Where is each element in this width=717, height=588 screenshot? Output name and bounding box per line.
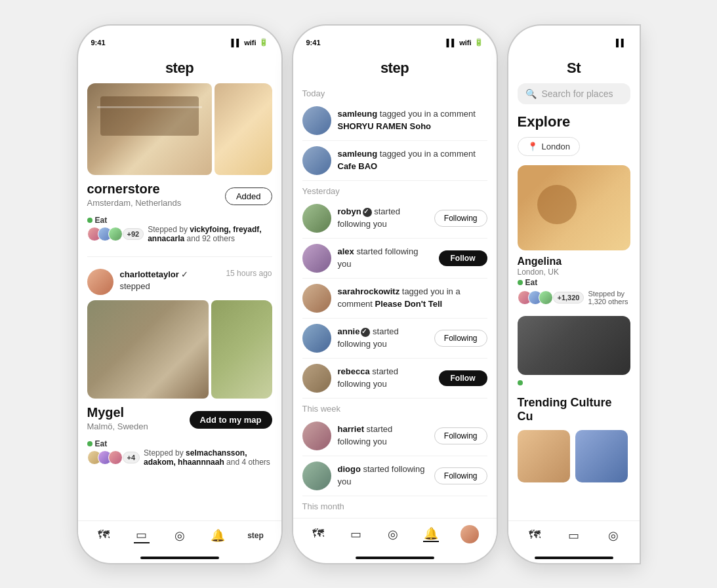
feed-scroll[interactable]: cornerstore Amsterdam, Netherlands Added… <box>78 83 281 520</box>
harriet-avatar <box>302 421 331 450</box>
angelina-stepped-text: Stepped by 1,320 others <box>588 290 630 305</box>
search-placeholder: Search for places <box>542 88 613 99</box>
alex-action: Follow <box>439 250 487 266</box>
app-title-2: step <box>293 54 497 83</box>
cornerstore-images <box>87 83 272 175</box>
rebecca-text: rebecca started following you <box>338 366 432 389</box>
search-bar[interactable]: 🔍 Search for places <box>518 83 630 104</box>
trending-item-1[interactable] <box>518 430 570 482</box>
search-icon-1: ◎ <box>172 528 188 543</box>
samleung-text-2: samleung tagged you in a comment Cafe BA… <box>338 148 487 172</box>
nav-search-1[interactable]: ◎ <box>172 528 188 543</box>
samleung-name-2: samleung <box>338 149 378 159</box>
cornerstore-actions: cornerstore Amsterdam, Netherlands Added <box>87 182 272 212</box>
harriet-following-button[interactable]: Following <box>434 427 487 444</box>
map-icon-1: 🗺 <box>96 528 112 543</box>
location-pill[interactable]: 📍 London <box>518 137 580 156</box>
search-icon-2: ◎ <box>385 526 401 542</box>
nav-map-3[interactable]: 🗺 <box>527 528 543 543</box>
explore-card-2 <box>518 316 630 385</box>
charlottetaylor-verified: ✓ <box>181 269 188 279</box>
alex-name: alex <box>338 246 354 256</box>
nav-profile-1[interactable]: step <box>248 528 264 543</box>
map-icon-2: 🗺 <box>310 526 326 542</box>
notif-samleung-2: samleung tagged you in a comment Cafe BA… <box>302 141 487 181</box>
charlottetaylor-name: charlottetaylor <box>120 269 179 279</box>
ramen-place: SHORYU RAMEN Soho <box>338 121 432 131</box>
phone-1: 9:41 ▌▌ wifi 🔋 step cornerstore Amsterda… <box>78 26 281 563</box>
divider-1 <box>87 256 272 257</box>
mygel-img-side <box>211 300 272 399</box>
rebecca-follow-button[interactable]: Follow <box>439 370 487 386</box>
sarah-name: sarahrockowitz <box>338 286 400 296</box>
annie-action: Following <box>434 330 487 347</box>
nav-avatar-2[interactable] <box>461 525 479 543</box>
harriet-text: harriet started following you <box>338 423 428 447</box>
notifications-scroll[interactable]: Today samleung tagged you in a comment S… <box>293 83 497 518</box>
notif-diogo: diogo started following you Following <box>302 456 487 496</box>
annie-avatar <box>302 324 331 353</box>
annie-following-button[interactable]: Following <box>434 330 487 347</box>
signal-icon-2: ▌▌ <box>447 39 457 47</box>
notch-2 <box>365 26 424 40</box>
cornerstore-added-button[interactable]: Added <box>225 187 272 205</box>
battery-icon-2: 🔋 <box>474 38 483 47</box>
cornerstore-stepped: +92 Stepped by vickyfoing, freyadf, anna… <box>87 225 272 243</box>
samleung-text-1: samleung tagged you in a comment SHORYU … <box>338 108 487 132</box>
angelina-stepped: +1,320 Stepped by 1,320 others <box>518 290 630 305</box>
charlottetaylor-text: charlottetaylor ✓ stepped <box>120 269 220 292</box>
mygel-add-button[interactable]: Add to my map <box>190 411 272 429</box>
place-card-cornerstore: cornerstore Amsterdam, Netherlands Added… <box>87 83 272 243</box>
nav-feed-3[interactable]: ▭ <box>566 528 582 543</box>
signal-icon-3: ▌▌ <box>616 39 626 47</box>
samleung-avatar-1 <box>302 106 331 135</box>
time-1: 9:41 <box>91 39 106 47</box>
app-title-1: step <box>78 54 281 83</box>
mygel-eat-dot <box>87 441 92 446</box>
trending-item-2[interactable] <box>575 430 628 482</box>
alex-follow-button[interactable]: Follow <box>439 250 487 266</box>
eat-dot <box>87 218 92 223</box>
sarah-text: sarahrockowitz tagged you in a comment P… <box>338 286 487 309</box>
diogo-action: Following <box>434 467 487 484</box>
mygel-count: +4 <box>123 452 140 463</box>
explore-img-2 <box>518 316 630 375</box>
notif-alex: alex started following you Follow <box>302 239 487 279</box>
diogo-name: diogo <box>338 464 361 474</box>
robyn-following-button[interactable]: Following <box>434 210 487 227</box>
notch-1 <box>150 26 209 40</box>
status-icons-1: ▌▌ wifi 🔋 <box>232 38 268 47</box>
nav-bell-1[interactable]: 🔔 <box>210 528 226 543</box>
mygel-category: Eat <box>87 439 272 448</box>
nav-map-2[interactable]: 🗺 <box>310 526 326 542</box>
status-icons-3: ▌▌ <box>616 39 626 47</box>
explore-scroll[interactable]: 🔍 Search for places Explore 📍 London Ang… <box>508 83 640 520</box>
angelina-eat-dot <box>518 280 523 285</box>
nav-search-2[interactable]: ◎ <box>385 526 401 542</box>
nav-bell-2[interactable]: 🔔 <box>423 526 439 542</box>
charlottetaylor-action: stepped <box>120 281 150 291</box>
cornerstore-category: Eat <box>87 216 272 225</box>
alex-avatar <box>302 244 331 273</box>
eat-label: Eat <box>95 216 108 225</box>
notifications-content: Today samleung tagged you in a comment S… <box>293 83 497 563</box>
section-this-week: This week <box>302 399 487 416</box>
nav-feed-1[interactable]: ▭ <box>134 528 150 543</box>
robyn-action: Following <box>434 210 487 227</box>
nav-map-1[interactable]: 🗺 <box>96 528 112 543</box>
cornerstore-suffix: and 92 others <box>184 234 235 243</box>
place-card-mygel: Mygel Malmö, Sweden Add to my map Eat + <box>87 405 272 467</box>
section-this-month: This month <box>302 496 487 514</box>
diogo-following-button[interactable]: Following <box>434 467 487 484</box>
mygel-av-3 <box>108 450 123 465</box>
explore-heading: Explore <box>518 113 630 130</box>
nav-search-3[interactable]: ◎ <box>605 528 621 543</box>
feed-icon-2: ▭ <box>348 526 363 542</box>
nav-feed-2[interactable]: ▭ <box>348 526 363 542</box>
angelina-img-fill <box>518 165 630 250</box>
status-bar-3: ▌▌ <box>508 26 640 54</box>
cornerstore-img-side <box>215 83 272 175</box>
bao-place: Cafe BAO <box>338 161 378 171</box>
notif-robyn: robyn started following you Following <box>302 199 487 239</box>
activity-charlottetaylor: charlottetaylor ✓ stepped 15 hours ago <box>87 264 272 300</box>
